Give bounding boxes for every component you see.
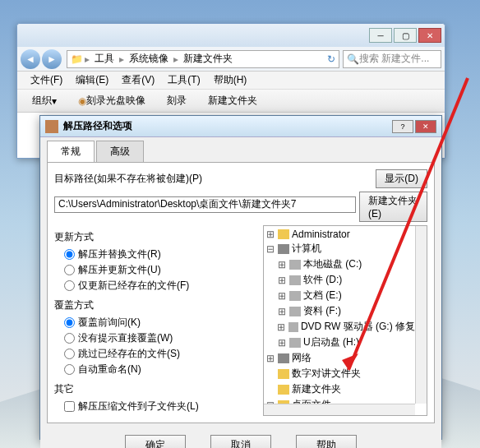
update-mode-label: 更新方式 bbox=[54, 230, 256, 244]
vertical-scrollbar[interactable] bbox=[415, 226, 427, 404]
search-icon: 🔍 bbox=[347, 53, 359, 65]
tree-drive-c[interactable]: ⊞本地磁盘 (C:) bbox=[265, 256, 425, 272]
tree-administrator[interactable]: ⊞Administrator bbox=[265, 228, 425, 241]
check-subfolder[interactable]: 解压压缩文件到子文件夹(L) bbox=[54, 399, 256, 414]
radio-auto-rename[interactable]: 自动重命名(N) bbox=[54, 362, 256, 377]
expand-icon[interactable]: ⊞ bbox=[277, 306, 287, 317]
radio-only-new[interactable]: 仅更新已经存在的文件(F) bbox=[54, 278, 256, 293]
folder-icon: 📁 bbox=[71, 53, 83, 65]
tree-drive-f[interactable]: ⊞资料 (F:) bbox=[265, 303, 425, 319]
burn-image-button[interactable]: ◉ 刻录光盘映像 bbox=[70, 91, 154, 110]
organize-button[interactable]: 组织 ▾ bbox=[24, 91, 65, 110]
menu-bar: 文件(F) 编辑(E) 查看(V) 工具(T) 帮助(H) bbox=[17, 72, 445, 90]
check-keep-broken[interactable]: 保留损坏的文件(B) bbox=[54, 414, 256, 416]
collapse-icon[interactable]: ⊟ bbox=[265, 243, 275, 255]
search-input[interactable]: 🔍 搜索 新建文件... bbox=[343, 50, 441, 68]
tree-drive-e[interactable]: ⊞文档 (E:) bbox=[265, 288, 425, 303]
explorer-titlebar: ─ ▢ ✕ bbox=[17, 24, 445, 47]
dialog-title: 解压路径和选项 bbox=[63, 119, 390, 133]
help-button[interactable]: 帮助 bbox=[296, 435, 357, 448]
cancel-button[interactable]: 取消 bbox=[210, 435, 271, 448]
target-path-label: 目标路径(如果不存在将被创建)(P) bbox=[54, 172, 372, 186]
display-button[interactable]: 显示(D) bbox=[376, 169, 427, 188]
options-panel: 更新方式 解压并替换文件(R) 解压并更新文件(U) 仅更新已经存在的文件(F)… bbox=[54, 225, 256, 416]
menu-edit[interactable]: 编辑(E) bbox=[69, 72, 115, 89]
expand-icon[interactable]: ⊞ bbox=[277, 275, 287, 286]
radio-skip[interactable]: 跳过已经存在的文件(S) bbox=[54, 346, 256, 362]
expand-icon[interactable]: ⊞ bbox=[265, 353, 275, 364]
disc-icon: ◉ bbox=[78, 95, 86, 107]
tree-computer[interactable]: ⊟计算机 bbox=[265, 241, 425, 256]
search-placeholder: 搜索 新建文件... bbox=[359, 52, 429, 66]
tree-new-folder[interactable]: 新建文件夹 bbox=[265, 381, 425, 397]
path-box[interactable]: 📁 ▸ 工具 ▸ 系统镜像 ▸ 新建文件夹 ↻ bbox=[67, 50, 339, 68]
winrar-icon bbox=[45, 120, 58, 133]
expand-icon[interactable]: ⊞ bbox=[277, 337, 287, 349]
tab-advanced[interactable]: 高级 bbox=[96, 141, 144, 162]
menu-file[interactable]: 文件(F) bbox=[24, 72, 69, 89]
toolbar: 组织 ▾ ◉ 刻录光盘映像 刻录 新建文件夹 bbox=[17, 90, 445, 113]
chevron-right-icon: ▸ bbox=[83, 53, 91, 65]
chevron-right-icon: ▸ bbox=[172, 53, 180, 65]
menu-tools[interactable]: 工具(T) bbox=[161, 72, 206, 89]
ok-button[interactable]: 确定 bbox=[125, 435, 186, 448]
tab-content: 目标路径(如果不存在将被创建)(P) 显示(D) 新建文件夹(E) 更新方式 解… bbox=[47, 162, 435, 423]
dialog-buttons: 确定 取消 帮助 bbox=[40, 430, 441, 448]
path-segment[interactable]: 新建文件夹 bbox=[180, 52, 236, 66]
dialog-close-button[interactable]: ✕ bbox=[415, 120, 436, 133]
chevron-right-icon: ▸ bbox=[118, 53, 126, 65]
new-folder-button[interactable]: 新建文件夹(E) bbox=[359, 192, 427, 222]
radio-extract-replace[interactable]: 解压并替换文件(R) bbox=[54, 247, 256, 262]
refresh-icon[interactable]: ↻ bbox=[327, 53, 335, 65]
overwrite-mode-label: 覆盖方式 bbox=[54, 298, 256, 312]
dialog-help-button[interactable]: ? bbox=[392, 120, 413, 133]
expand-icon[interactable]: ⊞ bbox=[265, 229, 275, 240]
menu-help[interactable]: 帮助(H) bbox=[207, 72, 254, 89]
path-input[interactable] bbox=[54, 196, 356, 213]
path-segment[interactable]: 系统镜像 bbox=[126, 52, 172, 66]
tree-intercom[interactable]: 数字对讲文件夹 bbox=[265, 366, 425, 381]
new-folder-button[interactable]: 新建文件夹 bbox=[200, 91, 265, 110]
burn-button[interactable]: 刻录 bbox=[159, 91, 195, 110]
folder-tree[interactable]: ⊞Administrator ⊟计算机 ⊞本地磁盘 (C:) ⊞软件 (D:) … bbox=[263, 225, 427, 416]
extract-dialog: 解压路径和选项 ? ✕ 常规 高级 目标路径(如果不存在将被创建)(P) 显示(… bbox=[39, 115, 442, 440]
forward-button[interactable]: ► bbox=[42, 49, 62, 69]
tree-drive-d[interactable]: ⊞软件 (D:) bbox=[265, 272, 425, 288]
minimize-button[interactable]: ─ bbox=[369, 28, 392, 43]
dialog-titlebar: 解压路径和选项 ? ✕ bbox=[40, 116, 441, 137]
menu-view[interactable]: 查看(V) bbox=[115, 72, 161, 89]
horizontal-scrollbar[interactable] bbox=[264, 404, 415, 415]
back-button[interactable]: ◄ bbox=[21, 49, 40, 69]
close-button[interactable]: ✕ bbox=[418, 28, 441, 43]
expand-icon[interactable]: ⊞ bbox=[277, 321, 286, 333]
path-segment[interactable]: 工具 bbox=[91, 52, 118, 66]
tree-dvd[interactable]: ⊞DVD RW 驱动器 (G:) 修复盘 bbox=[265, 319, 425, 335]
radio-ask-overwrite[interactable]: 覆盖前询问(K) bbox=[54, 315, 256, 330]
address-bar: ◄ ► 📁 ▸ 工具 ▸ 系统镜像 ▸ 新建文件夹 ↻ 🔍 搜索 新建文件... bbox=[17, 47, 445, 72]
tab-strip: 常规 高级 bbox=[40, 137, 441, 162]
tree-network[interactable]: ⊞网络 bbox=[265, 350, 425, 366]
radio-no-ask[interactable]: 没有提示直接覆盖(W) bbox=[54, 330, 256, 346]
tree-usb[interactable]: ⊞U启动盘 (H:) bbox=[265, 335, 425, 350]
expand-icon[interactable]: ⊞ bbox=[277, 259, 287, 270]
maximize-button[interactable]: ▢ bbox=[394, 28, 417, 43]
expand-icon[interactable]: ⊞ bbox=[277, 290, 287, 302]
other-label: 其它 bbox=[54, 382, 256, 396]
tab-general[interactable]: 常规 bbox=[47, 141, 95, 162]
radio-extract-update[interactable]: 解压并更新文件(U) bbox=[54, 262, 256, 278]
